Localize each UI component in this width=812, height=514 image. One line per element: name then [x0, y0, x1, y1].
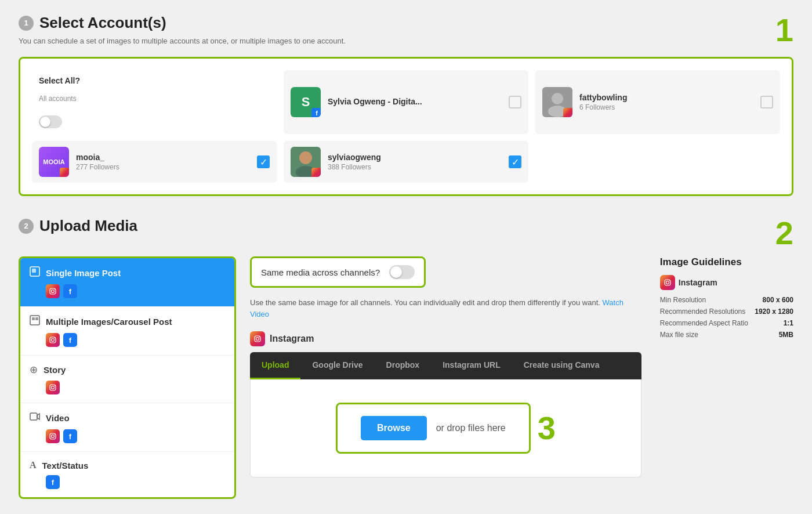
guideline-row-1: Recommended Resolutions 1920 x 1280: [660, 307, 793, 316]
video-fb-icon: f: [63, 429, 77, 443]
svg-point-16: [55, 338, 56, 339]
account-info-sylvia: Sylvia Ogweng - Digita...: [328, 97, 502, 107]
watch-video-link[interactable]: Watch Video: [250, 298, 624, 318]
multi-fb-icon: f: [63, 333, 77, 347]
ig-badge-sylviaogweng: [311, 168, 321, 177]
guideline-label-3: Max file size: [660, 331, 698, 339]
single-post-label: Single Image Post: [46, 268, 121, 278]
tab-upload[interactable]: Upload: [250, 352, 300, 379]
guideline-val-1: 1920 x 1280: [755, 307, 793, 316]
svg-rect-11: [30, 316, 39, 325]
svg-point-10: [55, 289, 56, 290]
account-name-fattybowling: fattybowling: [579, 93, 753, 102]
ig-badge-fattybowling: [563, 108, 572, 117]
account-followers-mooia: 277 Followers: [76, 163, 250, 171]
avatar-sylviaogweng: [291, 147, 321, 177]
multi-ig-icon: [46, 333, 60, 347]
avatar-mooia: MOOIA: [39, 147, 69, 177]
svg-point-23: [55, 434, 56, 435]
drop-label: or drop files here: [436, 423, 506, 433]
account-followers-sylviaogweng: 388 Followers: [328, 163, 502, 171]
account-info-fattybowling: fattybowling 6 Followers: [579, 93, 753, 111]
checkbox-sylviaogweng[interactable]: ✓: [509, 155, 521, 168]
media-description: Use the same base image for all channels…: [250, 297, 641, 320]
tab-gdrive[interactable]: Google Drive: [300, 352, 374, 379]
step-1-badge: 1: [19, 16, 34, 31]
accounts-section: Select All? All accounts S f Sylvia Ogwe…: [19, 57, 793, 196]
svg-point-15: [52, 339, 55, 342]
account-name-sylvia: Sylvia Ogweng - Digita...: [328, 97, 502, 106]
svg-point-19: [55, 385, 56, 386]
media-option-text[interactable]: A Text/Status f: [20, 452, 234, 497]
avatar-sylvia: S f: [291, 87, 321, 117]
account-info-mooia: mooia_ 277 Followers: [76, 153, 250, 171]
media-type-sidebar: Single Image Post f Multiple Images/Caro…: [19, 256, 236, 499]
text-icon: A: [30, 460, 37, 470]
media-option-video[interactable]: Video f: [20, 403, 234, 452]
guideline-row-2: Recommended Aspect Ratio 1:1: [660, 319, 793, 327]
select-all-toggle[interactable]: [39, 115, 62, 128]
tab-dropbox[interactable]: Dropbox: [375, 352, 432, 379]
fb-badge-sylvia: f: [311, 108, 321, 117]
tab-canva[interactable]: Create using Canva: [512, 352, 611, 379]
account-info-sylviaogweng: sylviaogweng 388 Followers: [328, 153, 502, 171]
instagram-channel-icon: [250, 331, 265, 346]
guideline-val-3: 5MB: [779, 331, 793, 339]
svg-point-1: [552, 93, 563, 104]
guideline-ig-icon: [660, 275, 675, 290]
section2-wrapper: Single Image Post f Multiple Images/Caro…: [19, 256, 793, 499]
story-platforms: [30, 381, 225, 394]
guideline-val-0: 800 x 600: [763, 296, 793, 304]
step-indicator-2: 2: [775, 217, 793, 249]
account-card-sylviaogweng[interactable]: sylviaogweng 388 Followers ✓: [284, 141, 528, 183]
svg-rect-12: [32, 317, 35, 320]
svg-point-26: [259, 336, 260, 338]
checkbox-sylvia[interactable]: [509, 96, 521, 108]
svg-rect-20: [30, 413, 37, 420]
account-followers-fattybowling: 6 Followers: [579, 103, 753, 111]
text-label: Text/Status: [42, 461, 89, 470]
svg-rect-7: [32, 269, 36, 273]
svg-point-18: [52, 386, 55, 389]
image-guidelines: Image Guidelines Instagram Min Resolutio…: [660, 256, 793, 499]
story-ig-icon: [46, 381, 60, 394]
checkbox-mooia[interactable]: ✓: [257, 155, 270, 168]
multiple-post-label: Multiple Images/Carousel Post: [46, 317, 172, 327]
account-card-sylvia[interactable]: S f Sylvia Ogweng - Digita...: [284, 70, 528, 134]
section1-title: Select Account(s): [39, 14, 166, 32]
account-card-fattybowling[interactable]: fattybowling 6 Followers: [535, 70, 780, 134]
media-option-story[interactable]: ⊕ Story: [20, 356, 234, 403]
select-all-label: Select All?: [39, 76, 80, 85]
browse-button[interactable]: Browse: [361, 416, 427, 440]
guideline-label-1: Recommended Resolutions: [660, 307, 745, 316]
tab-ig-url[interactable]: Instagram URL: [431, 352, 512, 379]
multiple-post-icon: [30, 315, 40, 328]
guideline-platform-name: Instagram: [679, 278, 717, 287]
select-all-card[interactable]: Select All? All accounts: [32, 70, 277, 134]
single-ig-icon: [46, 284, 60, 298]
checkbox-fattybowling[interactable]: [760, 96, 773, 108]
account-name-sylviaogweng: sylviaogweng: [328, 153, 502, 162]
guideline-platform: Instagram: [660, 275, 793, 290]
guideline-row-3: Max file size 5MB: [660, 331, 793, 339]
ig-badge-mooia: [60, 168, 69, 177]
same-media-label: Same media across channels?: [261, 267, 380, 277]
upload-body: Browse or drop files here 3: [250, 379, 641, 477]
section2-title: Upload Media: [39, 217, 137, 235]
step-2-badge: 2: [19, 219, 34, 234]
section1-description: You can schedule a set of images to mult…: [19, 37, 775, 45]
multiple-post-platforms: f: [30, 333, 225, 347]
same-media-box: Same media across channels?: [250, 256, 426, 288]
media-option-single[interactable]: Single Image Post f: [20, 258, 234, 307]
video-icon: [30, 411, 40, 425]
upload-tabs: Upload Google Drive Dropbox Instagram UR…: [250, 352, 641, 379]
story-icon: ⊕: [30, 364, 38, 376]
single-fb-icon: f: [63, 284, 77, 298]
same-media-toggle[interactable]: [389, 265, 415, 279]
account-card-mooia[interactable]: MOOIA mooia_ 277 Followers ✓: [32, 141, 277, 183]
step-indicator-1: 1: [775, 14, 793, 46]
single-post-icon: [30, 266, 40, 280]
svg-point-28: [666, 281, 669, 284]
svg-point-22: [52, 435, 55, 438]
media-option-multiple[interactable]: Multiple Images/Carousel Post f: [20, 307, 234, 356]
